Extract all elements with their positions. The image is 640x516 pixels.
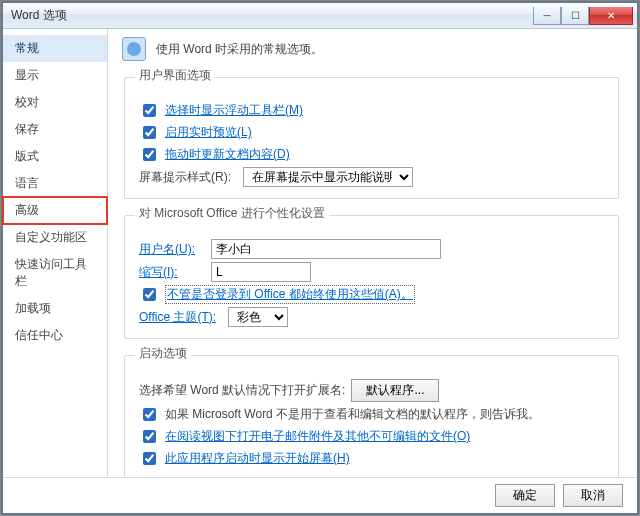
checkbox-always-use[interactable] [143, 288, 156, 301]
group-startup-title: 启动选项 [135, 345, 191, 362]
window-buttons: ─ ☐ ✕ [533, 7, 633, 25]
close-button[interactable]: ✕ [589, 7, 633, 25]
sidebar-item-addins[interactable]: 加载项 [3, 295, 107, 322]
dialog-window: Word 选项 ─ ☐ ✕ 常规 显示 校对 保存 版式 语言 高级 自定义功能… [2, 2, 638, 514]
label-initials: 缩写(I): [139, 264, 199, 281]
sidebar-item-general[interactable]: 常规 [3, 35, 107, 62]
label-default-ext: 选择希望 Word 默认情况下打开扩展名: [139, 382, 345, 399]
label-mini-toolbar: 选择时显示浮动工具栏(M) [165, 102, 303, 119]
label-reading-view: 在阅读视图下打开电子邮件附件及其他不可编辑的文件(O) [165, 428, 470, 445]
sidebar: 常规 显示 校对 保存 版式 语言 高级 自定义功能区 快速访问工具栏 加载项 … [3, 29, 108, 477]
group-personalize-title: 对 Microsoft Office 进行个性化设置 [135, 205, 329, 222]
checkbox-live-preview[interactable] [143, 126, 156, 139]
checkbox-reading-view[interactable] [143, 430, 156, 443]
sidebar-item-quick-access[interactable]: 快速访问工具栏 [3, 251, 107, 295]
group-personalize: 对 Microsoft Office 进行个性化设置 用户名(U): 缩写(I)… [124, 207, 619, 339]
sidebar-item-proofing[interactable]: 校对 [3, 89, 107, 116]
sidebar-item-display[interactable]: 显示 [3, 62, 107, 89]
dialog-body: 常规 显示 校对 保存 版式 语言 高级 自定义功能区 快速访问工具栏 加载项 … [3, 29, 637, 477]
sidebar-item-save[interactable]: 保存 [3, 116, 107, 143]
general-icon [122, 37, 146, 61]
checkbox-start-screen[interactable] [143, 452, 156, 465]
select-screentip-style[interactable]: 在屏幕提示中显示功能说明 [243, 167, 413, 187]
label-always-use: 不管是否登录到 Office 都始终使用这些值(A)。 [165, 285, 415, 304]
sidebar-item-layout[interactable]: 版式 [3, 143, 107, 170]
button-default-programs[interactable]: 默认程序... [351, 379, 439, 402]
group-startup: 启动选项 选择希望 Word 默认情况下打开扩展名: 默认程序... 如果 Mi… [124, 347, 619, 477]
ok-button[interactable]: 确定 [495, 484, 555, 507]
dialog-footer: 确定 取消 [3, 477, 637, 513]
panel-header-text: 使用 Word 时采用的常规选项。 [156, 41, 323, 58]
window-title: Word 选项 [11, 7, 533, 24]
label-start-screen: 此应用程序启动时显示开始屏幕(H) [165, 450, 350, 467]
checkbox-tell-default[interactable] [143, 408, 156, 421]
sidebar-item-trust-center[interactable]: 信任中心 [3, 322, 107, 349]
select-office-theme[interactable]: 彩色 [228, 307, 288, 327]
maximize-button[interactable]: ☐ [561, 7, 589, 25]
cancel-button[interactable]: 取消 [563, 484, 623, 507]
titlebar: Word 选项 ─ ☐ ✕ [3, 3, 637, 29]
sidebar-item-language[interactable]: 语言 [3, 170, 107, 197]
label-live-preview: 启用实时预览(L) [165, 124, 252, 141]
checkbox-drag-update[interactable] [143, 148, 156, 161]
minimize-button[interactable]: ─ [533, 7, 561, 25]
label-drag-update: 拖动时更新文档内容(D) [165, 146, 290, 163]
label-screentip-style: 屏幕提示样式(R): [139, 169, 231, 186]
checkbox-mini-toolbar[interactable] [143, 104, 156, 117]
label-tell-default: 如果 Microsoft Word 不是用于查看和编辑文档的默认程序，则告诉我。 [165, 406, 540, 423]
group-ui-title: 用户界面选项 [135, 67, 215, 84]
sidebar-item-customize-ribbon[interactable]: 自定义功能区 [3, 224, 107, 251]
label-office-theme: Office 主题(T): [139, 309, 216, 326]
main-panel: 使用 Word 时采用的常规选项。 用户界面选项 选择时显示浮动工具栏(M) 启… [108, 29, 637, 477]
sidebar-item-advanced[interactable]: 高级 [3, 197, 107, 224]
group-ui-options: 用户界面选项 选择时显示浮动工具栏(M) 启用实时预览(L) 拖动时更新文档内容… [124, 69, 619, 199]
panel-header: 使用 Word 时采用的常规选项。 [122, 37, 621, 61]
input-username[interactable] [211, 239, 441, 259]
label-username: 用户名(U): [139, 241, 199, 258]
input-initials[interactable] [211, 262, 311, 282]
